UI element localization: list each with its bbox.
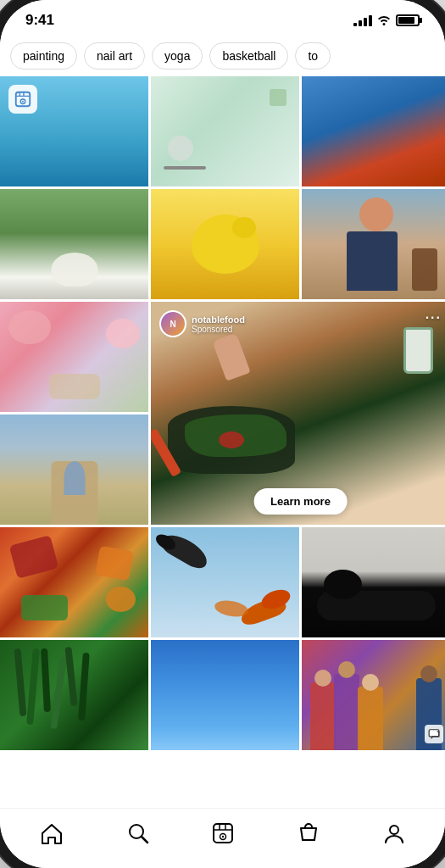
status-time: 9:41	[25, 12, 54, 29]
chat-icon	[425, 725, 443, 743]
grid-item-people[interactable]	[302, 640, 445, 750]
ad-avatar: N	[159, 310, 186, 337]
ad-overlay: N notablefood Sponsored	[159, 310, 245, 337]
grid-item-flowers[interactable]	[0, 302, 148, 412]
nav-shop[interactable]	[291, 819, 326, 851]
svg-point-5	[22, 101, 24, 103]
grid-item-plants[interactable]	[0, 640, 148, 750]
category-pill-yoga[interactable]: yoga	[152, 42, 203, 70]
category-pill-to[interactable]: to	[295, 42, 331, 70]
grid-item-koi[interactable]	[151, 527, 299, 637]
ad-sponsored-label: Sponsored	[192, 325, 245, 334]
reels-icon	[14, 90, 32, 108]
image-grid: N notablefood Sponsored ··· Learn more	[0, 76, 445, 750]
category-pill-basketball[interactable]: basketball	[209, 42, 288, 70]
svg-point-15	[390, 826, 398, 834]
home-icon	[40, 822, 64, 848]
content-area: N notablefood Sponsored ··· Learn more	[0, 76, 445, 808]
grid-item-dog[interactable]	[0, 189, 148, 299]
grid-item-duck[interactable]	[151, 189, 299, 299]
grid-item-arch[interactable]	[0, 415, 148, 525]
reels-nav-icon	[212, 822, 234, 848]
category-pill-painting[interactable]: painting	[10, 42, 77, 70]
status-bar: 9:41	[0, 0, 445, 36]
reels-icon-overlay	[8, 85, 37, 114]
ad-text: notablefood Sponsored	[192, 314, 245, 334]
svg-line-8	[142, 837, 147, 843]
phone-frame: 9:41 painting nail art	[0, 0, 445, 868]
svg-rect-6	[429, 730, 439, 737]
ad-username: notablefood	[192, 314, 245, 325]
profile-icon	[383, 822, 405, 848]
category-pill-nail-art[interactable]: nail art	[84, 42, 145, 70]
svg-point-14	[222, 836, 224, 837]
grid-item-sponsored-cooking[interactable]: N notablefood Sponsored ··· Learn more	[151, 302, 445, 525]
learn-more-button[interactable]: Learn more	[253, 488, 348, 515]
signal-bars-icon	[353, 15, 372, 26]
battery-icon	[396, 14, 420, 26]
grid-item-beach[interactable]	[302, 189, 445, 299]
nav-home[interactable]	[33, 819, 70, 851]
bottom-nav	[0, 808, 445, 868]
nav-profile[interactable]	[376, 819, 412, 851]
nav-reels[interactable]	[205, 819, 241, 851]
grid-item-veggies[interactable]	[0, 527, 148, 637]
grid-item-jacket[interactable]	[302, 76, 445, 186]
ad-more-options[interactable]: ···	[426, 310, 442, 326]
nav-search[interactable]	[120, 819, 156, 851]
shop-icon	[298, 822, 320, 848]
search-icon	[127, 822, 149, 848]
wifi-icon	[377, 14, 391, 28]
status-icons	[353, 14, 420, 28]
category-bar: painting nail art yoga basketball to	[0, 36, 445, 76]
grid-item-craft[interactable]	[151, 76, 299, 186]
grid-item-blackdog[interactable]	[302, 527, 445, 637]
grid-item-pool[interactable]	[0, 76, 148, 186]
grid-item-blue-sky[interactable]	[151, 640, 299, 750]
